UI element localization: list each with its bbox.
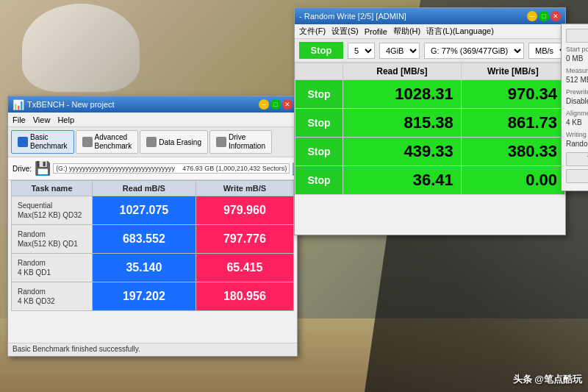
cdm-title: - Random Write [2/5] [ADMIN] [299,12,406,21]
cdm-close-button[interactable]: ✕ [551,11,561,21]
cdm-stop-3[interactable]: Stop [295,138,343,166]
writing-data-section: Writing data: Random number [566,131,588,148]
cdm-titlebar: - Random Write [2/5] [ADMIN] ─ □ ✕ [295,8,565,24]
data-erasing-button[interactable]: Data Erasing [140,130,208,154]
drive-selector[interactable]: 💾 (G:) yyyyyyyyyyyyyyyyyyyyyyyyyyyyyyyy … [35,160,306,177]
cdm-table-row-1: Stop 1028.31 970.34 [295,80,565,109]
cdm-stop-1[interactable]: Stop [295,80,343,109]
cdm-table-row-4: Stop 36.41 0.00 [295,166,565,195]
txbench-title-left: 📊 TxBENCH - New project [12,99,115,110]
cdm-minimize-button[interactable]: ─ [527,11,537,21]
menu-file[interactable]: File [12,115,26,124]
cdm-read-4: 36.41 [343,166,462,195]
cdm-menu-language[interactable]: 语言(L)(Language) [426,26,494,37]
benchmark-table-container: Task name Read mB/S Write mB/S Sequentia… [8,180,297,314]
write-value-4: 180.956 [196,282,293,311]
cdm-menu-file[interactable]: 文件(F) [299,26,326,37]
task-name-1: Sequential Max(512 KB) QD32 [12,196,93,225]
measurement-size-section: Measurement size: 512 MB [566,67,588,84]
alignment-section: Alignment: 4 KB [566,110,588,126]
col-header-write: Write mB/S [196,181,293,196]
basic-benchmark-icon [18,137,28,147]
advanced-benchmark-button[interactable]: AdvancedBenchmark [76,130,139,154]
start-position-value: 0 MB [566,54,588,63]
table-row: Random 4 KB QD1 35.140 65.415 [12,254,294,282]
cdm-menu-settings[interactable]: 设置(S) [331,26,359,37]
alignment-label: Alignment: [566,110,588,117]
basic-benchmark-label: BasicBenchmark [30,133,68,151]
cdm-stop-4[interactable]: Stop [295,166,343,195]
table-row: Random 4 KB QD32 197.202 180.956 [12,282,294,311]
close-button[interactable]: ✕ [282,99,293,110]
writing-data-label: Writing data: [566,131,588,138]
prewrite-value: Disabled [566,97,588,105]
drive-bar: Drive: 💾 (G:) yyyyyyyyyyyyyyyyyyyyyyyyyy… [8,157,297,180]
cdm-write-4: 0.00 [461,166,564,195]
writing-data-value: Random number [566,140,588,148]
drive-path: (G:) yyyyyyyyyyyyyyyyyyyyyyyyyyyyyyyy 47… [53,163,290,174]
drive-icon: 💾 [35,160,51,177]
col-header-task: Task name [12,181,93,196]
task-name-3: Random 4 KB QD1 [12,254,93,282]
txbench-toolbar: BasicBenchmark AdvancedBenchmark Data Er… [8,127,297,157]
table-row: Sequential Max(512 KB) QD32 1027.075 979… [12,196,294,225]
cdm-results-table: Read [MB/s] Write [MB/s] Stop 1028.31 97… [295,63,565,195]
cdm-stop-button[interactable]: Stop [299,42,343,59]
measurement-size-label: Measurement size: [566,67,588,74]
data-erasing-label: Data Erasing [159,138,201,146]
cdm-read-1: 1028.31 [343,80,462,109]
write-value-1: 979.960 [196,196,293,225]
status-text: Basic Benchmark finished successfully. [12,345,140,353]
measurement-size-value: 512 MB [566,76,588,84]
advanced-benchmark-label: AdvancedBenchmark [95,133,132,151]
drive-info-label: DriveInformation [229,133,265,151]
cdm-menu-help[interactable]: 帮助(H) [393,26,420,37]
cdm-table-row-3: Stop 439.33 380.33 [295,138,565,166]
drive-label: Drive: [12,165,32,173]
drive-path-text: (G:) yyyyyyyyyyyyyyyyyyyyyyyyyyyyyyyy [56,165,175,172]
read-value-2: 683.552 [93,225,196,254]
col-header-read: Read mB/S [93,181,196,196]
watermark: 头条 @笔点酷玩 [513,373,582,386]
cdm-col-write: Write [MB/s] [461,63,564,80]
start-position-section: Start position: 0 MB [566,46,588,63]
cdm-toolbar: Stop 5 4GiB G: 77% (369/477GiB) MB/s [295,39,565,63]
cdm-maximize-button[interactable]: □ [539,11,549,21]
task-name-4: Random 4 KB QD32 [12,282,93,311]
cdm-size-select[interactable]: 4GiB [379,43,420,59]
cdm-menubar: 文件(F) 设置(S) Profile 帮助(H) 语言(L)(Language… [295,24,565,39]
txbench-window-controls: ─ □ ✕ [259,99,293,110]
txbench-title: TxBENCH - New project [27,100,115,109]
basic-benchmark-button[interactable]: BasicBenchmark [11,130,74,154]
start-position-label: Start position: [566,46,588,53]
cdm-menu-profile[interactable]: Profile [365,27,387,36]
txbench-window: 📊 TxBENCH - New project ─ □ ✕ File View … [7,96,298,357]
read-value-1: 1027.075 [93,196,196,225]
read-value-4: 197.202 [93,282,196,311]
cdm-table-row-2: Stop 815.38 861.73 [295,109,565,138]
minimize-button[interactable]: ─ [259,99,269,110]
menu-help[interactable]: Help [57,115,74,124]
drive-size-text: 476.93 GB (1,000,210,432 Sectors) [182,165,287,172]
start-button[interactable]: Start [566,29,588,43]
cdm-write-1: 970.34 [461,80,564,109]
prewrite-label: Prewrite: [566,88,588,96]
history-button[interactable]: History [566,169,588,183]
drive-information-button[interactable]: DriveInformation [209,130,272,154]
task-name-2: Random Max(512 KB) QD1 [12,225,93,254]
alignment-value: 4 KB [566,118,588,126]
maximize-button[interactable]: □ [270,99,281,110]
advanced-benchmark-icon [82,137,93,147]
cdm-drive-select[interactable]: G: 77% (369/477GiB) [424,43,524,59]
cdm-col-read: Read [MB/s] [343,63,462,80]
task-options-button[interactable]: Task options [566,152,588,166]
data-erasing-icon [146,137,157,147]
cdm-stop-2[interactable]: Stop [295,109,343,138]
headphones-background [22,4,140,92]
cdm-read-3: 439.33 [343,138,462,166]
write-value-2: 797.776 [196,225,293,254]
menu-view[interactable]: View [33,115,51,124]
cdm-count-select[interactable]: 5 [348,43,375,59]
cdm-read-2: 815.38 [343,109,462,138]
txbench-titlebar: 📊 TxBENCH - New project ─ □ ✕ [8,96,297,113]
